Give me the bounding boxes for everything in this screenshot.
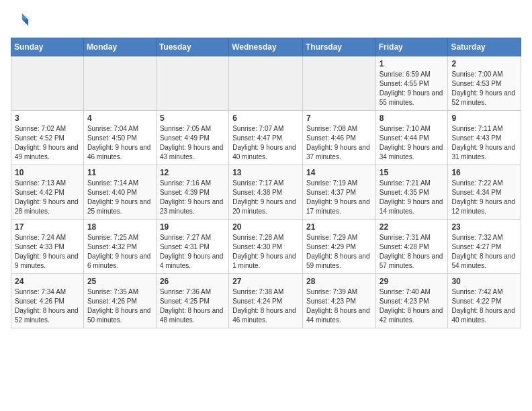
day-number: 20 [232,222,299,232]
day-detail: Sunrise: 7:36 AMSunset: 4:25 PMDaylight:… [160,287,225,325]
calendar-cell: 14Sunrise: 7:19 AMSunset: 4:37 PMDayligh… [302,165,375,220]
day-number: 7 [306,113,372,123]
calendar-cell: 26Sunrise: 7:36 AMSunset: 4:25 PMDayligh… [156,274,228,328]
day-number: 5 [160,113,225,123]
calendar-cell: 29Sunrise: 7:40 AMSunset: 4:23 PMDayligh… [375,274,448,328]
day-detail: Sunrise: 7:32 AMSunset: 4:27 PMDaylight:… [451,233,517,271]
calendar-cell: 8Sunrise: 7:10 AMSunset: 4:44 PMDaylight… [375,111,448,165]
calendar-week-row: 3Sunrise: 7:02 AMSunset: 4:52 PMDaylight… [11,111,521,165]
calendar-header: SundayMondayTuesdayWednesdayThursdayFrid… [11,38,521,56]
day-detail: Sunrise: 7:35 AMSunset: 4:26 PMDaylight:… [87,287,152,325]
day-number: 24 [15,277,80,286]
day-number: 10 [15,168,80,177]
day-number: 25 [87,277,152,286]
calendar-cell: 3Sunrise: 7:02 AMSunset: 4:52 PMDaylight… [11,111,84,165]
calendar-week-row: 10Sunrise: 7:13 AMSunset: 4:42 PMDayligh… [11,165,521,220]
calendar-cell [11,56,84,111]
day-detail: Sunrise: 7:29 AMSunset: 4:29 PMDaylight:… [306,233,372,271]
calendar-cell: 24Sunrise: 7:34 AMSunset: 4:26 PMDayligh… [11,274,84,328]
day-number: 1 [380,59,445,68]
calendar-cell: 20Sunrise: 7:28 AMSunset: 4:30 PMDayligh… [229,220,303,274]
day-number: 12 [160,168,225,177]
calendar-week-row: 1Sunrise: 6:59 AMSunset: 4:55 PMDaylight… [11,56,521,111]
day-number: 15 [380,168,445,177]
weekday-header: Wednesday [229,38,303,56]
day-detail: Sunrise: 7:10 AMSunset: 4:44 PMDaylight:… [380,124,445,162]
day-detail: Sunrise: 7:16 AMSunset: 4:39 PMDaylight:… [160,179,225,216]
day-number: 27 [232,277,299,286]
logo-icon [11,11,30,30]
weekday-header: Friday [375,38,448,56]
calendar-cell: 12Sunrise: 7:16 AMSunset: 4:39 PMDayligh… [156,165,228,220]
day-detail: Sunrise: 7:28 AMSunset: 4:30 PMDaylight:… [232,233,299,271]
day-detail: Sunrise: 7:04 AMSunset: 4:50 PMDaylight:… [87,124,152,162]
calendar-cell: 30Sunrise: 7:42 AMSunset: 4:22 PMDayligh… [448,274,521,328]
calendar-week-row: 24Sunrise: 7:34 AMSunset: 4:26 PMDayligh… [11,274,521,328]
day-detail: Sunrise: 7:22 AMSunset: 4:34 PMDaylight:… [451,179,517,216]
day-number: 21 [306,222,372,232]
day-number: 11 [87,168,152,177]
weekday-header: Tuesday [156,38,228,56]
day-detail: Sunrise: 7:00 AMSunset: 4:53 PMDaylight:… [451,70,517,107]
day-number: 6 [232,113,299,123]
weekday-header: Sunday [11,38,84,56]
weekday-header: Thursday [302,38,375,56]
calendar-cell: 11Sunrise: 7:14 AMSunset: 4:40 PMDayligh… [83,165,156,220]
day-number: 9 [451,113,517,123]
day-number: 19 [160,222,225,232]
day-number: 4 [87,113,152,123]
calendar-body: 1Sunrise: 6:59 AMSunset: 4:55 PMDaylight… [11,56,521,328]
calendar-cell: 15Sunrise: 7:21 AMSunset: 4:35 PMDayligh… [375,165,448,220]
calendar-cell: 9Sunrise: 7:11 AMSunset: 4:43 PMDaylight… [448,111,521,165]
day-detail: Sunrise: 7:34 AMSunset: 4:26 PMDaylight:… [15,287,80,325]
logo [11,11,32,30]
day-number: 17 [15,222,80,232]
calendar: SundayMondayTuesdayWednesdayThursdayFrid… [11,38,521,328]
calendar-cell [229,56,303,111]
day-number: 29 [380,277,445,286]
day-detail: Sunrise: 7:25 AMSunset: 4:32 PMDaylight:… [87,233,152,271]
day-number: 30 [451,277,517,286]
calendar-cell [156,56,228,111]
calendar-cell [83,56,156,111]
day-detail: Sunrise: 7:31 AMSunset: 4:28 PMDaylight:… [380,233,445,271]
weekday-header: Saturday [448,38,521,56]
calendar-cell: 7Sunrise: 7:08 AMSunset: 4:46 PMDaylight… [302,111,375,165]
day-number: 3 [15,113,80,123]
calendar-cell: 6Sunrise: 7:07 AMSunset: 4:47 PMDaylight… [229,111,303,165]
day-detail: Sunrise: 7:27 AMSunset: 4:31 PMDaylight:… [160,233,225,271]
day-number: 23 [451,222,517,232]
day-detail: Sunrise: 7:40 AMSunset: 4:23 PMDaylight:… [380,287,445,325]
day-number: 28 [306,277,372,286]
calendar-cell: 13Sunrise: 7:17 AMSunset: 4:38 PMDayligh… [229,165,303,220]
calendar-cell: 2Sunrise: 7:00 AMSunset: 4:53 PMDaylight… [448,56,521,111]
day-number: 22 [380,222,445,232]
calendar-cell: 28Sunrise: 7:39 AMSunset: 4:23 PMDayligh… [302,274,375,328]
day-number: 13 [232,168,299,177]
calendar-cell: 16Sunrise: 7:22 AMSunset: 4:34 PMDayligh… [448,165,521,220]
calendar-cell [302,56,375,111]
calendar-cell: 19Sunrise: 7:27 AMSunset: 4:31 PMDayligh… [156,220,228,274]
day-detail: Sunrise: 7:38 AMSunset: 4:24 PMDaylight:… [232,287,299,325]
day-number: 14 [306,168,372,177]
calendar-cell: 23Sunrise: 7:32 AMSunset: 4:27 PMDayligh… [448,220,521,274]
calendar-cell: 21Sunrise: 7:29 AMSunset: 4:29 PMDayligh… [302,220,375,274]
day-detail: Sunrise: 7:17 AMSunset: 4:38 PMDaylight:… [232,179,299,216]
day-number: 26 [160,277,225,286]
day-number: 2 [451,59,517,68]
day-detail: Sunrise: 7:42 AMSunset: 4:22 PMDaylight:… [451,287,517,325]
calendar-cell: 1Sunrise: 6:59 AMSunset: 4:55 PMDaylight… [375,56,448,111]
weekday-row: SundayMondayTuesdayWednesdayThursdayFrid… [11,38,521,56]
day-detail: Sunrise: 7:08 AMSunset: 4:46 PMDaylight:… [306,124,372,162]
day-detail: Sunrise: 7:14 AMSunset: 4:40 PMDaylight:… [87,179,152,216]
weekday-header: Monday [83,38,156,56]
day-detail: Sunrise: 7:07 AMSunset: 4:47 PMDaylight:… [232,124,299,162]
day-detail: Sunrise: 7:39 AMSunset: 4:23 PMDaylight:… [306,287,372,325]
calendar-cell: 18Sunrise: 7:25 AMSunset: 4:32 PMDayligh… [83,220,156,274]
calendar-cell: 5Sunrise: 7:05 AMSunset: 4:49 PMDaylight… [156,111,228,165]
day-detail: Sunrise: 7:11 AMSunset: 4:43 PMDaylight:… [451,124,517,162]
day-detail: Sunrise: 7:05 AMSunset: 4:49 PMDaylight:… [160,124,225,162]
calendar-cell: 4Sunrise: 7:04 AMSunset: 4:50 PMDaylight… [83,111,156,165]
day-number: 18 [87,222,152,232]
calendar-cell: 10Sunrise: 7:13 AMSunset: 4:42 PMDayligh… [11,165,84,220]
